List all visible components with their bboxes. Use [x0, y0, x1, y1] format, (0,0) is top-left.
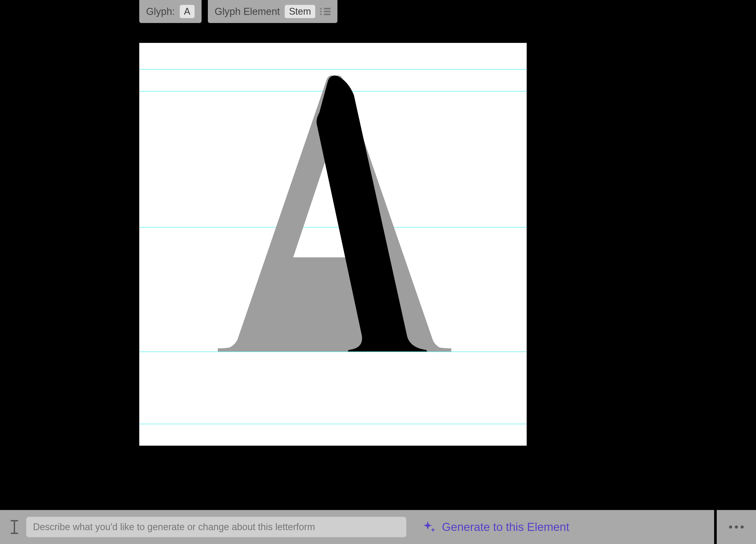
generate-button-label: Generate to this Element [442, 520, 569, 534]
top-toolbar: Glyph: A Glyph Element Stem [139, 0, 337, 23]
glyph-canvas[interactable] [139, 43, 527, 446]
more-icon [729, 525, 744, 529]
glyph-value-badge[interactable]: A [180, 5, 195, 18]
app-root: Glyph: A Glyph Element Stem [0, 0, 756, 544]
glyph-element-value-badge[interactable]: Stem [285, 5, 315, 18]
glyph-element-chip[interactable]: Glyph Element Stem [208, 0, 337, 23]
sparkle-icon [423, 520, 436, 534]
glyph-label: Glyph: [146, 6, 175, 17]
element-list-icon[interactable] [320, 8, 331, 15]
bottom-bar: Generate to this Element [0, 510, 756, 544]
glyph-drawing [139, 43, 527, 446]
prompt-input[interactable] [26, 517, 406, 537]
glyph-element-label: Glyph Element [215, 6, 280, 17]
text-cursor-icon [8, 519, 20, 535]
glyph-selector-chip[interactable]: Glyph: A [139, 0, 202, 23]
generate-button[interactable]: Generate to this Element [423, 520, 569, 534]
more-menu-button[interactable] [714, 510, 756, 544]
